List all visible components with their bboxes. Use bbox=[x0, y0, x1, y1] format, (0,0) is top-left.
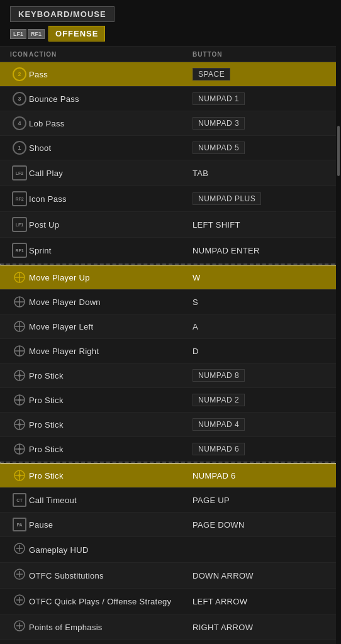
svg-point-19 bbox=[18, 399, 21, 401]
button-box: NUMPAD 3 bbox=[193, 117, 245, 130]
plus-circle-icon bbox=[13, 619, 26, 635]
action-cell: Gameplay HUD bbox=[29, 544, 193, 555]
button-text: S bbox=[193, 297, 198, 307]
action-cell: Points of Emphasis bbox=[29, 621, 193, 633]
icon-cell bbox=[10, 619, 29, 635]
rect-icon: CT bbox=[13, 493, 26, 507]
action-text: Shoot bbox=[29, 143, 51, 153]
action-text: Sprint bbox=[29, 246, 52, 255]
scrollbar[interactable] bbox=[336, 0, 341, 644]
plus-circle-icon bbox=[13, 542, 26, 557]
table-row[interactable]: 2PassSPACE bbox=[0, 62, 341, 87]
action-cell: OTFC Quick Plays / Offense Strategy bbox=[29, 596, 193, 607]
table-row[interactable]: 3Bounce PassNUMPAD 1 bbox=[0, 87, 341, 111]
icon-cell: RF2 bbox=[10, 191, 29, 206]
button-box: NUMPAD 4 bbox=[193, 418, 245, 431]
icon-cell: LF1 bbox=[10, 217, 29, 232]
table-row[interactable]: OTFC Quick Plays / Offense StrategyLEFT … bbox=[0, 589, 341, 614]
icon-cell bbox=[10, 594, 29, 609]
keybind-list: 2PassSPACE3Bounce PassNUMPAD 14Lob PassN… bbox=[0, 62, 341, 644]
table-row[interactable]: Pro StickNUMPAD 8 bbox=[0, 364, 341, 388]
table-row[interactable]: Not Used.F2 bbox=[0, 640, 341, 644]
icon-circle: 3 bbox=[13, 92, 26, 106]
svg-point-23 bbox=[18, 423, 21, 426]
action-cell: Pro Stick bbox=[29, 443, 193, 455]
button-cell: NUMPAD 2 bbox=[193, 394, 331, 406]
table-row[interactable]: Pro StickNUMPAD 2 bbox=[0, 388, 341, 413]
crosshair-icon bbox=[13, 295, 26, 309]
action-cell: Move Player Down bbox=[29, 296, 193, 308]
icon-text: LF1 bbox=[12, 217, 27, 232]
icon-text: RF2 bbox=[12, 191, 27, 206]
rf1-badge: RF1 bbox=[28, 29, 45, 39]
plus-circle-icon bbox=[13, 568, 26, 583]
svg-point-15 bbox=[18, 374, 21, 377]
action-text: OTFC Substitutions bbox=[29, 571, 104, 580]
table-row[interactable]: Pro StickNUMPAD 6 bbox=[0, 464, 341, 488]
col-icon-header: ICON bbox=[10, 51, 29, 58]
action-cell: Move Player Up bbox=[29, 272, 193, 283]
col-action-header: ACTION bbox=[29, 51, 193, 58]
button-cell: S bbox=[193, 296, 331, 308]
table-row[interactable]: Points of EmphasisRIGHT ARROW bbox=[0, 614, 341, 640]
button-cell: NUMPAD 1 bbox=[193, 92, 331, 105]
controller-badges: LF1 RF1 bbox=[10, 29, 45, 39]
icon-cell bbox=[10, 270, 29, 284]
table-row[interactable]: Move Player DownS bbox=[0, 290, 341, 314]
header: KEYBOARD/MOUSE LF1 RF1 OFFENSE ICON ACTI… bbox=[0, 0, 341, 62]
table-row[interactable]: Move Player LeftA bbox=[0, 314, 341, 339]
table-row[interactable]: RF2Icon PassNUMPAD PLUS bbox=[0, 186, 341, 212]
crosshair-icon bbox=[13, 469, 26, 482]
table-row[interactable]: Pro StickNUMPAD 4 bbox=[0, 413, 341, 437]
action-cell: Move Player Right bbox=[29, 345, 193, 357]
action-cell: Pro Stick bbox=[29, 419, 193, 430]
button-text: DOWN ARROW bbox=[193, 571, 254, 580]
icon-cell: 4 bbox=[10, 116, 29, 130]
button-text: PAGE UP bbox=[193, 496, 230, 505]
table-row[interactable]: PAPausePAGE DOWN bbox=[0, 513, 341, 537]
crosshair-icon bbox=[13, 369, 26, 382]
table-row[interactable]: LF2Call PlayTAB bbox=[0, 160, 341, 186]
action-text: Pro Stick bbox=[29, 445, 64, 454]
action-cell: Shoot bbox=[29, 142, 193, 153]
table-row[interactable]: 1ShootNUMPAD 5 bbox=[0, 136, 341, 160]
table-row[interactable]: OTFC SubstitutionsDOWN ARROW bbox=[0, 563, 341, 589]
action-text: Call Play bbox=[29, 169, 63, 178]
action-text: Pass bbox=[29, 70, 48, 79]
action-text: Pro Stick bbox=[29, 371, 64, 380]
action-cell: Pause bbox=[29, 519, 193, 530]
table-row[interactable]: Move Player RightD bbox=[0, 339, 341, 364]
table-row[interactable]: CTCall TimeoutPAGE UP bbox=[0, 488, 341, 513]
action-text: Pause bbox=[29, 520, 53, 530]
action-cell: Call Timeout bbox=[29, 494, 193, 506]
icon-circle: 1 bbox=[13, 141, 26, 155]
icon-circle: 2 bbox=[13, 67, 26, 81]
action-cell: Pro Stick bbox=[29, 370, 193, 381]
table-row[interactable]: 4Lob PassNUMPAD 3 bbox=[0, 111, 341, 136]
button-cell: RIGHT ARROW bbox=[193, 621, 331, 633]
button-cell: LEFT SHIFT bbox=[193, 219, 331, 230]
offense-label[interactable]: OFFENSE bbox=[48, 26, 105, 42]
action-cell: Pass bbox=[29, 69, 193, 80]
action-text: Icon Pass bbox=[29, 194, 67, 204]
action-cell: Move Player Left bbox=[29, 321, 193, 332]
button-box: NUMPAD PLUS bbox=[193, 192, 261, 205]
icon-cell bbox=[10, 369, 29, 382]
button-box: NUMPAD 1 bbox=[193, 92, 245, 105]
icon-cell: 3 bbox=[10, 92, 29, 106]
icon-circle: 4 bbox=[13, 116, 26, 130]
table-row[interactable]: Move Player UpW bbox=[0, 265, 341, 290]
button-cell: NUMPAD 5 bbox=[193, 142, 331, 154]
table-row[interactable]: Gameplay HUD bbox=[0, 537, 341, 563]
plus-circle-icon bbox=[13, 594, 26, 609]
table-row[interactable]: Pro StickNUMPAD 6 bbox=[0, 437, 341, 462]
icon-cell bbox=[10, 469, 29, 482]
table-row[interactable]: LF1Post UpLEFT SHIFT bbox=[0, 212, 341, 238]
action-text: Move Player Up bbox=[29, 273, 90, 282]
action-text: Post Up bbox=[29, 220, 59, 230]
table-row[interactable]: RF1SprintNUMPAD ENTER bbox=[0, 238, 341, 264]
action-text: Bounce Pass bbox=[29, 94, 79, 104]
action-cell: OTFC Substitutions bbox=[29, 570, 193, 581]
button-box: NUMPAD 8 bbox=[193, 369, 245, 382]
button-cell: A bbox=[193, 321, 331, 332]
